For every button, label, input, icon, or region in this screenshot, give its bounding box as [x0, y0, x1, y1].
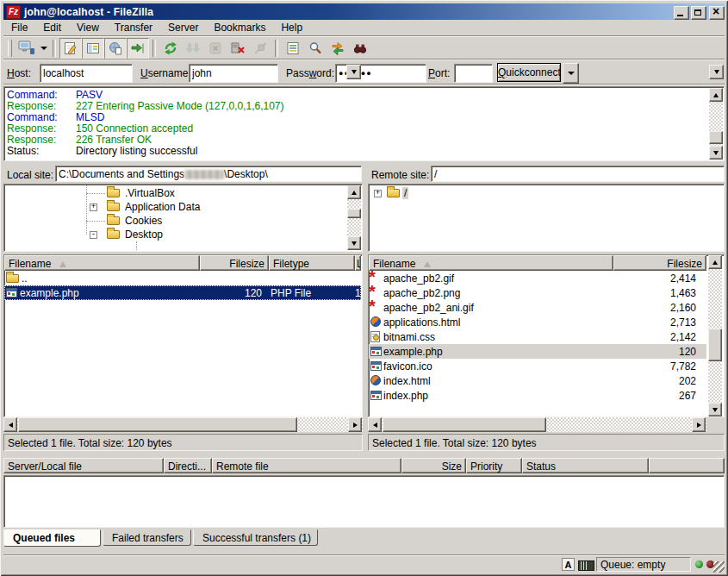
- maximize-button[interactable]: [691, 6, 706, 20]
- remote-vscrollbar-thumb[interactable]: [708, 329, 722, 361]
- tab-failed-transfers[interactable]: Failed transfers: [103, 529, 191, 546]
- close-button[interactable]: [709, 6, 725, 20]
- host-input[interactable]: [40, 64, 133, 83]
- local-header-lastmodified[interactable]: L: [355, 255, 361, 271]
- tree-item-application-data[interactable]: Application Data: [123, 201, 202, 213]
- host-label: Host:: [7, 67, 31, 79]
- resize-grip[interactable]: [713, 561, 725, 573]
- file-row[interactable]: example.php 120 PHP File 1: [4, 285, 361, 300]
- remote-tree-panel[interactable]: [368, 184, 725, 252]
- transfer-queue-panel[interactable]: [3, 475, 725, 528]
- local-header-filename[interactable]: Filename: [4, 255, 200, 271]
- queue-header-local-file[interactable]: Server/Local file: [3, 458, 164, 473]
- menu-item-transfer[interactable]: Transfer: [107, 20, 160, 36]
- toggle-remote-tree-button[interactable]: [104, 38, 127, 59]
- local-site-combo-arrow[interactable]: [346, 65, 361, 79]
- queue-header-priority[interactable]: Priority: [466, 458, 522, 473]
- refresh-button[interactable]: [159, 38, 182, 59]
- file-row[interactable]: apache_pb2_ani.gif2,160: [369, 300, 706, 315]
- local-tree-scroll-up-button[interactable]: [347, 185, 361, 199]
- file-row[interactable]: apache_pb2.png1,463: [369, 285, 706, 300]
- filezilla-app-icon: Fz: [6, 5, 21, 19]
- toolbar-grip[interactable]: [8, 40, 12, 57]
- tree-item-cookies[interactable]: Cookies: [123, 215, 164, 227]
- expand-plus-icon[interactable]: +: [374, 190, 382, 197]
- queue-header-size[interactable]: Size: [401, 458, 466, 473]
- remote-scroll-down-button[interactable]: [708, 403, 722, 416]
- titlebar[interactable]: Fz john@localhost - FileZilla: [3, 3, 725, 20]
- port-input[interactable]: [454, 64, 493, 83]
- file-row[interactable]: index.php267: [369, 388, 706, 403]
- queue-header-remote-file[interactable]: Remote file: [212, 458, 401, 473]
- file-row[interactable]: ..: [4, 271, 361, 285]
- tree-item-desktop[interactable]: Desktop: [123, 229, 165, 241]
- menu-item-view[interactable]: View: [69, 20, 107, 36]
- directory-comparison-button[interactable]: [304, 38, 327, 59]
- file-row[interactable]: favicon.ico7,782: [369, 359, 706, 373]
- disconnect-icon: [231, 41, 245, 55]
- local-tree-panel[interactable]: [3, 184, 363, 252]
- expand-plus-icon[interactable]: +: [90, 203, 97, 211]
- minimize-button[interactable]: [674, 6, 689, 20]
- menu-item-server[interactable]: Server: [160, 20, 206, 36]
- remote-scroll-left-button[interactable]: [368, 417, 382, 432]
- remote-site-combobox[interactable]: /: [431, 166, 725, 182]
- menu-item-help[interactable]: Help: [273, 20, 310, 36]
- menu-item-bookmarks[interactable]: Bookmarks: [206, 20, 273, 36]
- file-row[interactable]: applications.html2,713: [369, 315, 706, 329]
- site-manager-button[interactable]: [16, 38, 38, 59]
- local-scroll-left-button[interactable]: [3, 417, 17, 432]
- menu-item-file[interactable]: File: [3, 20, 35, 36]
- quickconnect-button[interactable]: Quickconnect: [497, 63, 561, 82]
- queue-header-direction[interactable]: Directi...: [164, 458, 212, 473]
- remote-scroll-up-button[interactable]: [708, 255, 722, 269]
- tree-item-root[interactable]: /: [402, 187, 408, 199]
- site-manager-dropdown-button[interactable]: [38, 39, 49, 58]
- synchronized-browsing-button[interactable]: [327, 38, 349, 59]
- toggle-message-log-button[interactable]: [59, 38, 82, 59]
- process-queue-button[interactable]: [182, 38, 204, 59]
- local-header-filesize[interactable]: Filesize: [200, 255, 269, 271]
- remote-hscrollbar-thumb[interactable]: [383, 417, 546, 432]
- log-scroll-down-button[interactable]: [709, 146, 723, 160]
- local-scroll-right-button[interactable]: [348, 417, 362, 432]
- menu-item-edit[interactable]: Edit: [35, 20, 69, 36]
- remote-header-filename[interactable]: Filename: [369, 255, 613, 271]
- queue-header-status[interactable]: Status: [522, 458, 649, 473]
- file-row[interactable]: apache_pb2.gif2,414: [369, 271, 706, 285]
- data-type-ascii-icon[interactable]: A: [562, 558, 575, 571]
- collapse-minus-icon[interactable]: -: [90, 231, 97, 239]
- local-tree-scrollbar-thumb[interactable]: [347, 209, 361, 218]
- file-name: example.php: [20, 287, 79, 299]
- cancel-operation-button[interactable]: [204, 38, 227, 59]
- find-files-button[interactable]: [349, 38, 371, 59]
- quickconnect-dropdown-button[interactable]: [563, 63, 579, 84]
- speed-limit-icon[interactable]: [578, 560, 594, 571]
- tree-item-virtualbox[interactable]: .VirtualBox: [123, 187, 177, 199]
- disconnect-button[interactable]: [227, 38, 249, 59]
- local-site-combobox[interactable]: C:\Documents and Settings\Desktop\: [55, 166, 362, 182]
- local-header-filetype[interactable]: Filetype: [269, 255, 355, 271]
- toggle-local-tree-button[interactable]: [82, 38, 104, 59]
- file-row[interactable]: bitnami.css2,142: [369, 329, 706, 344]
- remote-scroll-right-button[interactable]: [692, 417, 706, 432]
- filter-button[interactable]: [282, 38, 304, 59]
- tab-queued-files[interactable]: Queued files: [3, 529, 101, 547]
- remote-header-filesize[interactable]: Filesize: [613, 255, 706, 271]
- log-scroll-up-button[interactable]: [709, 88, 723, 102]
- toggle-transfer-queue-button[interactable]: [127, 38, 149, 59]
- remote-site-combo-arrow[interactable]: [709, 65, 724, 79]
- local-hscrollbar-thumb[interactable]: [18, 417, 297, 432]
- file-name: ..: [22, 272, 28, 285]
- reconnect-button[interactable]: [249, 38, 271, 59]
- tab-successful-transfers[interactable]: Successful transfers (1): [193, 529, 318, 546]
- log-scrollbar-thumb[interactable]: [709, 131, 723, 144]
- arrow-right-icon: [353, 423, 358, 428]
- username-input[interactable]: [189, 64, 278, 83]
- file-row[interactable]: index.html202: [369, 373, 706, 388]
- file-row[interactable]: example.php120: [369, 344, 706, 359]
- log-line: Command:MLSD: [7, 111, 104, 122]
- local-tree-scroll-down-button[interactable]: [347, 236, 361, 250]
- toolbar-separator: [275, 40, 278, 57]
- php-file-icon: [370, 347, 382, 356]
